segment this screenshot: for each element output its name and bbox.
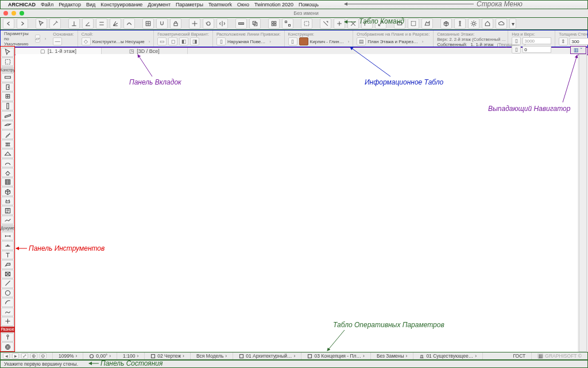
menu-document[interactable]: Документ [148,2,171,7]
view3d-button[interactable] [440,18,452,29]
parallel-guide-button[interactable] [96,18,107,29]
info-main-icon[interactable]: — [53,37,62,45]
window-tool[interactable] [1,92,14,101]
bisector-button[interactable] [110,18,121,29]
redo-button[interactable] [17,18,28,29]
rotate-button[interactable] [203,18,214,29]
menu-options[interactable]: Параметры [176,2,203,7]
level-tool[interactable] [1,241,14,250]
drag-button[interactable] [189,18,200,29]
qi-arch[interactable]: 01 Архитектурный… [246,353,292,359]
menu-view[interactable]: Вид [86,2,95,7]
eyedrop-button[interactable] [49,18,61,29]
fillet-button[interactable] [361,18,373,29]
info-floors-own-value[interactable]: 1. 1-й этаж [471,42,494,47]
door-tool[interactable] [1,83,14,92]
arrow-tool[interactable] [1,48,14,57]
wall-tool[interactable] [1,73,14,82]
plan-icon[interactable]: ▤ [357,37,366,45]
qi-override[interactable]: Без Замены [377,353,404,359]
qb-i5[interactable]: ⊖ [40,353,47,359]
tb-bot-icon[interactable]: ▯ [512,45,521,53]
qi-model[interactable]: Вся Модель [196,353,223,359]
zoom-value[interactable]: 1099% [59,353,74,359]
qb-i2[interactable]: ▸ [12,353,19,359]
line-tool[interactable] [1,279,14,288]
grid-element-tool[interactable] [1,333,14,342]
menu-design[interactable]: Конструирование [100,2,142,7]
resize-button[interactable] [375,18,386,29]
text-tool[interactable] [1,251,14,260]
constr-swatch-icon[interactable] [299,37,308,45]
poly-sel-button[interactable] [421,18,433,29]
ruler-button[interactable] [235,18,247,29]
fence-button[interactable] [408,18,419,29]
stair-tool[interactable] [1,130,14,139]
shell-tool[interactable] [1,159,14,168]
cloud-button[interactable] [496,18,507,29]
info-constr-value[interactable]: Кирпич - Глин… [310,39,344,44]
cloud-dd-button[interactable]: ▾ [509,18,516,29]
grid-button[interactable] [142,18,154,29]
pointer-button[interactable] [36,18,47,29]
circle-tool[interactable] [1,289,14,298]
mesh-tool[interactable] [1,216,14,225]
walk-button[interactable] [454,18,466,29]
dimension-tool[interactable] [1,232,14,241]
marquee-tool[interactable] [1,57,14,67]
info-layer-value[interactable]: Конструкти…ы Несущие [92,39,145,44]
qi-draft[interactable]: 02 Чертеж [157,353,181,359]
fill-tool[interactable] [1,270,14,279]
column-tool[interactable] [1,102,14,111]
close-icon[interactable] [3,11,8,16]
geom-opt4[interactable]: ◨ [190,37,199,45]
menu-editor[interactable]: Редактор [59,2,81,7]
adjust-button[interactable] [334,18,345,29]
info-ref-value[interactable]: Наружная Пове… [227,39,265,44]
info-plan-value[interactable]: План Этажа и Разрез… [368,39,417,44]
ref-icon[interactable]: ▯ [216,37,226,45]
object-tool[interactable] [1,197,14,206]
gost-label[interactable]: ГОСТ [513,353,525,359]
geom-opt2[interactable]: ◻ [168,37,177,45]
layer-icon[interactable]: ◇ [82,37,91,45]
lock-button[interactable] [170,18,181,29]
menu-teamwork[interactable]: Teamwork [208,2,232,7]
qb-i3[interactable]: ⤢ [21,353,28,359]
tb-top-input[interactable] [523,37,551,44]
snap-button[interactable] [156,18,168,29]
ungroup-button[interactable] [282,18,293,29]
tb-top-icon[interactable]: ▯ [512,37,521,45]
qb-i4[interactable]: ⊕ [30,353,37,359]
split-button[interactable] [320,18,331,29]
qb-i1[interactable]: ◂ [3,353,10,359]
geom-opt1[interactable]: ▭ [157,37,167,45]
zone-tool[interactable] [1,206,14,215]
railing-tool[interactable] [1,140,14,149]
info-floors-top[interactable]: Верх: 2. 2-й этаж (Собственный … [437,37,504,42]
angle-guide-button[interactable] [82,18,94,29]
mirror-button[interactable] [216,18,228,29]
sun-button[interactable] [468,18,479,29]
trace-button[interactable] [249,18,261,29]
geom-opt3[interactable]: ◧ [179,37,188,45]
qi-existing[interactable]: 01 Существующее… [426,353,473,359]
morph-tool[interactable] [1,187,14,196]
menu-file[interactable]: Файл [41,2,53,7]
constr-i1[interactable]: ▯ [288,37,297,45]
label-tool[interactable] [1,260,14,269]
thick-input[interactable] [570,38,588,45]
suspend-button[interactable] [301,18,312,29]
menu-help[interactable]: Помощь [299,2,319,7]
menu-twinmotion[interactable]: Twinmotion 2020 [254,2,293,7]
arc-tool[interactable] [1,298,14,307]
qi-concept[interactable]: 03 Концепция - Пл… [314,353,361,359]
group-button[interactable] [268,18,280,29]
perp-guide-button[interactable] [68,18,80,29]
undo-button[interactable] [3,18,14,29]
angle-value[interactable]: 0,00° [96,353,107,359]
menu-window[interactable]: Окно [237,2,249,7]
spline-tool[interactable] [1,308,14,317]
globe-tool[interactable] [1,342,14,351]
defaults-icon[interactable]: ▱ [35,34,40,43]
